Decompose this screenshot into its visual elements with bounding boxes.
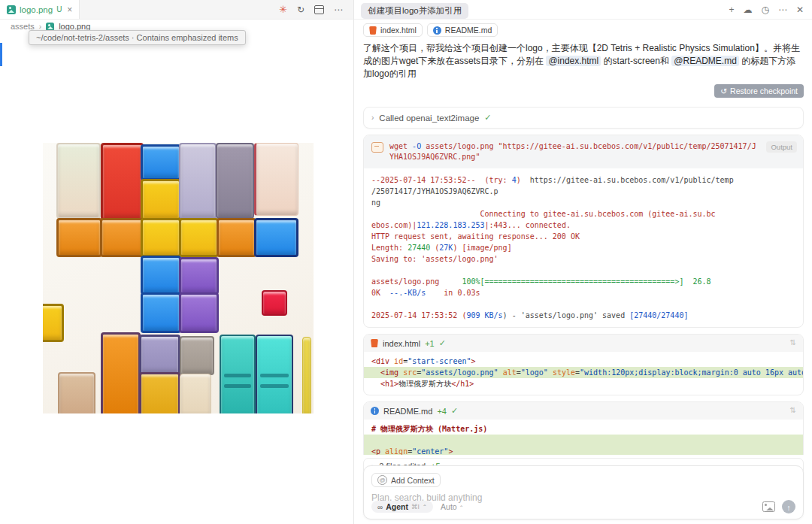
collapse-icon[interactable]: ⇅ — [790, 406, 796, 414]
file-chip-index.html[interactable]: index.html — [363, 23, 423, 37]
send-button[interactable]: ↑ — [782, 500, 795, 513]
success-check-icon: ✓ — [484, 113, 491, 123]
terminal-line: assets/logo.png 100%[===================… — [371, 276, 795, 287]
agent-mode-selector[interactable]: ∞ Agent ⌘I ⌃ — [371, 501, 433, 513]
tool-call-label: Called openai_text2image — [379, 114, 479, 123]
user-message: 了解这个项目，帮我给这个项目创建一个logo，主要体现【2D Tetris + … — [363, 42, 804, 80]
md-file-icon — [433, 26, 441, 35]
terminal-line: /25071417/JYHA1OSJ9AQ6ZVRC.p — [371, 186, 795, 197]
success-check-icon: ✓ — [451, 406, 458, 416]
collapse-icon[interactable]: ⇅ — [790, 338, 796, 347]
tetris-block — [179, 143, 217, 219]
shortcut-hint: ⌘I — [411, 503, 420, 510]
tetris-block — [56, 218, 102, 257]
terminal-output: --2025-07-14 17:53:52-- (try: 4) https:/… — [364, 168, 803, 327]
tetris-block — [180, 336, 214, 375]
block-stripe — [260, 374, 289, 377]
tab-logo-png[interactable]: logo.png U × — [0, 0, 80, 19]
tetris-block — [56, 143, 101, 219]
model-selector[interactable]: Auto ⌃ — [441, 502, 464, 511]
diff-card-readme-md: README.md +4 ✓ ⇅ # 物理俄罗斯方块 (Matter.js) <… — [363, 401, 804, 455]
terminal-line — [371, 298, 795, 310]
file-chip-README.md[interactable]: README.md — [427, 23, 498, 37]
terminal-line: --2025-07-14 17:53:52-- (try: 4) https:/… — [371, 174, 795, 186]
html-file-icon — [369, 26, 377, 35]
diff-code: # 物理俄罗斯方块 (Matter.js) <p align="center">… — [364, 420, 803, 455]
block-stripe — [260, 384, 289, 388]
success-check-icon: ✓ — [439, 338, 446, 348]
tetris-block — [254, 143, 298, 216]
close-icon[interactable]: ✕ — [796, 5, 804, 15]
infinity-icon: ∞ — [377, 503, 383, 511]
added-count: +4 — [437, 407, 447, 416]
tab-close-icon[interactable]: × — [67, 5, 72, 15]
breadcrumb-separator: › — [39, 23, 41, 31]
ai-sparkle-icon[interactable]: ✳ — [279, 4, 287, 15]
tetris-block — [141, 144, 181, 180]
code-line: <img src="assets/logo.png" alt="logo" st… — [364, 367, 803, 378]
terminal-icon — [371, 142, 383, 153]
image-file-icon — [7, 5, 16, 14]
markdown-file-icon — [371, 407, 379, 415]
editor-tabbar: logo.png U × ✳ ↻ ⋯ — [0, 0, 353, 20]
composer-toolbar: ∞ Agent ⌘I ⌃ Auto ⌃ ↑ — [371, 500, 795, 513]
tetris-block — [179, 257, 219, 295]
restore-row: ↺ Restore checkpoint — [363, 84, 804, 98]
terminal-line: Connecting to gitee-ai.su.bcebos.com (gi… — [371, 208, 795, 220]
file-mention[interactable]: @README.md — [671, 56, 739, 66]
editor-actions: ✳ ↻ ⋯ — [279, 0, 343, 19]
diff-code: <div id="start-screen"> <img src="assets… — [364, 352, 803, 395]
tetris-block — [302, 337, 311, 413]
file-mention[interactable]: @index.html — [546, 56, 601, 66]
restore-icon: ↺ — [720, 86, 727, 95]
terminal-line: Saving to: 'assets/logo.png' — [371, 253, 795, 265]
tetris-block — [101, 332, 141, 413]
add-context-button[interactable]: @ Add Context — [371, 473, 441, 487]
tetris-block — [141, 218, 181, 257]
tetris-block — [141, 179, 181, 220]
new-chat-icon[interactable]: + — [729, 5, 734, 15]
terminal-line: ng — [371, 197, 795, 208]
split-editor-icon[interactable] — [314, 5, 324, 14]
composer-actions: ↑ — [762, 500, 795, 513]
code-line: <p align="center"> — [364, 446, 803, 455]
reload-icon[interactable]: ↻ — [297, 5, 304, 15]
untracked-badge: U — [56, 5, 62, 14]
tetris-block — [43, 304, 64, 342]
diff-header[interactable]: README.md +4 ✓ ⇅ — [364, 402, 803, 420]
tetris-block — [254, 218, 298, 257]
tetris-block — [217, 218, 256, 257]
chevron-icon: ⌃ — [423, 504, 427, 510]
code-line: # 物理俄罗斯方块 (Matter.js) — [364, 423, 803, 435]
block-stripe — [224, 374, 251, 377]
app-window: { "colors":{"accent_green":"#3fa36f","ad… — [0, 0, 812, 524]
cloud-icon[interactable]: ☁ — [743, 5, 752, 15]
terminal-command: wget -O assets/logo.png "https://gitee-a… — [389, 141, 795, 162]
tool-call-row[interactable]: › Called openai_text2image ✓ — [363, 107, 804, 129]
terminal-line: HTTP request sent, awaiting response... … — [371, 231, 795, 242]
tetris-block — [101, 143, 144, 220]
composer: @ Add Context Plan, search, build anythi… — [363, 465, 804, 519]
tetris-block — [58, 372, 95, 413]
path-tooltip: ~/code/not-tetris-2/assets · Contains em… — [29, 30, 246, 45]
restore-checkpoint-button[interactable]: ↺ Restore checkpoint — [714, 84, 804, 98]
more-actions-icon[interactable]: ⋯ — [334, 5, 343, 15]
chat-messages: index.htmlREADME.md 了解这个项目，帮我给这个项目创建一个lo… — [363, 19, 804, 455]
tetris-block — [220, 335, 256, 413]
tetris-block — [139, 372, 180, 413]
attach-image-icon[interactable] — [762, 501, 775, 512]
chat-header: 创建项目logo并添加引用 +☁◷⋯✕ — [354, 0, 812, 20]
added-count: +1 — [425, 339, 435, 348]
more-icon[interactable]: ⋯ — [778, 5, 787, 15]
tetris-block — [139, 335, 180, 375]
code-line: <h1>物理俄罗斯方块</h1> — [364, 378, 803, 389]
block-stripe — [224, 384, 251, 388]
chat-session-tab[interactable]: 创建项目logo并添加引用 — [361, 3, 468, 19]
diff-header[interactable]: index.html +1 ✓ ⇅ — [364, 335, 803, 352]
active-indicator — [0, 43, 2, 66]
at-icon: @ — [377, 475, 387, 485]
history-icon[interactable]: ◷ — [761, 5, 768, 15]
logo-image-preview — [43, 143, 314, 413]
output-badge[interactable]: Output — [766, 141, 797, 153]
chevron-right-icon: › — [371, 114, 374, 122]
